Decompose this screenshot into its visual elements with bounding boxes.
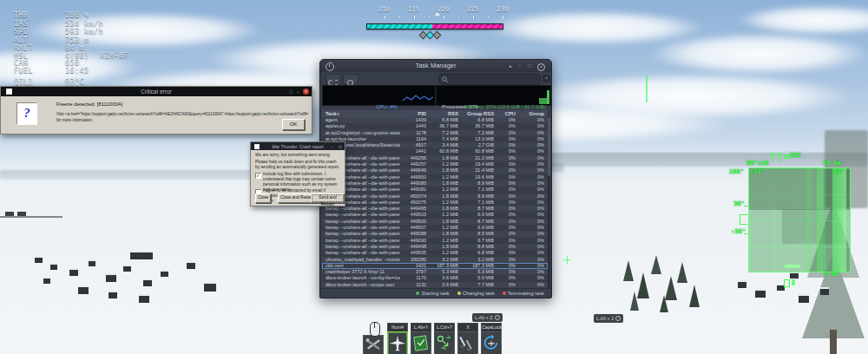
radar-azimuth-right: 53° [833, 168, 845, 175]
table-row[interactable]: bwrap --unshare-all --die-with-parent --… [322, 161, 548, 167]
game-screen: THR100 %IAS534 km/hSPD593 km/hALT753 mRA… [0, 0, 868, 354]
radar-azimuth-left: -53° [750, 168, 765, 175]
close-button[interactable]: × [537, 63, 545, 71]
cpu-usage-label: CPU: 4% [376, 104, 398, 110]
task-stat-cell: 0% [518, 193, 548, 200]
table-row[interactable]: bwrap --unshare-all --die-with-parent --… [322, 187, 548, 193]
table-row[interactable]: at-spi2-registryd --use-gnome-session117… [322, 130, 548, 136]
maximize-button[interactable]: □ [289, 89, 293, 95]
minimize-button[interactable]: − [296, 89, 299, 95]
radar-mode-label: SRC [790, 152, 801, 159]
task-name-cell: crashhelper 3772 9 /tmp/ 11 [322, 269, 400, 275]
table-row[interactable]: dbus-broker-launch --config-file=/usr/sh… [322, 275, 548, 281]
filter-button[interactable] [343, 74, 358, 85]
table-row[interactable]: applet.py144036.7 MiB36.7 MiB0%0% [322, 123, 548, 129]
task-stat-cell: 449257 [400, 161, 429, 167]
column-header[interactable]: RSS [429, 110, 461, 117]
task-stat-cell: 19.6 MiB [461, 174, 496, 180]
task-name-cell: chrome_crashpad_handler --monitor-self-a… [322, 257, 400, 263]
critical-error-titlebar[interactable]: Critical error □ − × [1, 87, 312, 96]
table-row[interactable]: bwrap --unshare-all --die-with-parent --… [322, 250, 548, 256]
hotbar-slot-aircraft[interactable]: Num4 [387, 323, 408, 354]
send-and-restart-button[interactable]: Send and Restart [311, 193, 345, 203]
error-message: Freeze detected. [8111000A] [56, 102, 123, 107]
table-row[interactable]: bwrap --unshare-all --die-with-parent --… [322, 180, 548, 187]
table-row[interactable]: chrome_crashpad_handler --monitor-self-a… [322, 257, 548, 263]
table-row[interactable]: bwrap --unshare-all --die-with-parent --… [322, 219, 548, 225]
scrollbar[interactable] [548, 117, 550, 288]
task-stat-cell: 1170 [400, 275, 429, 281]
task-stat-cell: 1.2 MiB [429, 250, 461, 256]
minimize-button[interactable]: − [516, 60, 524, 72]
table-row[interactable]: applet144160.8 MiB60.8 MiB0%0% [322, 148, 548, 154]
task-stat-cell: 0% [518, 117, 548, 123]
table-row[interactable]: bwrap --unshare-all --die-with-parent --… [322, 200, 548, 206]
ok-button[interactable]: OK [282, 119, 305, 130]
hud-telemetry-row: FUEL16:45 [14, 66, 33, 75]
table-row[interactable]: bwrap --unshare-all --die-with-parent --… [322, 174, 548, 180]
iff-marker [784, 279, 790, 287]
table-row[interactable]: bwrap --unshare-all --die-with-parent --… [322, 167, 548, 174]
task-stat-cell: 21.4 MiB [461, 167, 496, 174]
task-manager-titlebar[interactable]: Task Manager ▴ − □ × [320, 60, 551, 73]
table-row[interactable]: crashhelper 3772 9 /tmp/ 1137975.3 MiB5.… [322, 269, 548, 275]
table-row[interactable]: bwrap --unshare-all --die-with-parent --… [322, 225, 548, 231]
task-stat-cell: 8.8 MiB [461, 244, 496, 250]
column-header[interactable]: Group CPU [518, 110, 548, 117]
task-stat-cell: 0% [518, 282, 548, 288]
hotbar-slot-scorecard[interactable]: L.Alt+Y [411, 323, 431, 354]
table-row[interactable]: bwrap --unshare-all --die-with-parent --… [322, 155, 548, 161]
close-button[interactable]: × [303, 88, 309, 95]
table-row[interactable]: bwrap --unshare-all --die-with-parent --… [322, 206, 548, 212]
column-header[interactable]: CPU [496, 110, 518, 117]
task-stat-cell: 0% [496, 123, 518, 129]
antenna-icon [769, 151, 783, 167]
table-row[interactable]: /smartass/.local/share/Steam/steam.sh -s… [322, 142, 548, 148]
task-stat-cell: 0% [496, 161, 518, 167]
table-row[interactable]: bwrap --unshare-all --die-with-parent --… [322, 193, 548, 200]
hotbar-slot-repair[interactable] [363, 335, 384, 354]
table-row[interactable]: bwrap --unshare-all --die-with-parent --… [322, 231, 548, 237]
column-header-label: Group RSS [467, 111, 494, 116]
close-button[interactable]: ⊙ [339, 144, 342, 149]
task-stat-cell: 0% [518, 155, 548, 161]
compass-tick [458, 16, 459, 17]
task-stat-cell: 449949 [400, 167, 429, 174]
hotbar-slot-missiles[interactable]: X [457, 323, 478, 354]
table-row[interactable]: dbus-broker-launch --scope user11323.6 M… [322, 282, 548, 288]
task-stat-cell: 6.8 MiB [461, 117, 496, 123]
column-header[interactable]: Task∨ [322, 110, 400, 117]
hotbar-slot-autopilot[interactable]: CapsLock [481, 323, 502, 354]
table-row[interactable]: agent14396.8 MiB6.8 MiB0%0% [322, 117, 548, 123]
task-stat-cell: 3797 [400, 269, 429, 275]
task-stat-cell: 449088 [400, 231, 429, 237]
task-stat-cell: 1132 [400, 282, 429, 288]
task-stat-cell: 6.8 MiB [429, 117, 461, 123]
search-icon [442, 76, 449, 83]
column-header[interactable]: PID [400, 110, 429, 117]
include-logs-checkbox[interactable]: ✓ [255, 173, 261, 179]
allies-bar-segment [367, 24, 432, 29]
task-name-cell: bwrap --unshare-all --die-with-parent --… [322, 231, 400, 237]
clear-search-button[interactable]: × [542, 75, 550, 82]
table-row[interactable]: bwrap --unshare-all --die-with-parent --… [322, 212, 548, 218]
crash-report-titlebar[interactable]: War Thunder: Crash report − ⊙ [251, 142, 345, 150]
table-row[interactable]: bwrap --unshare-all --die-with-parent --… [322, 238, 548, 244]
critical-error-body: ? Freeze detected. [8111000A] Visit <a h… [1, 96, 312, 134]
process-tree-button[interactable] [326, 74, 341, 85]
search-input[interactable] [451, 75, 538, 84]
table-row[interactable]: at-spi-bus-launcher11647.4 MiB13.3 MiB0%… [322, 136, 548, 142]
maximize-button[interactable]: □ [525, 60, 534, 72]
scrollbar-thumb[interactable] [548, 117, 550, 176]
table-row[interactable]: ckb-next1431187.3 MiB187.3 MiB0%0% [322, 263, 548, 269]
shade-button[interactable]: ▴ [506, 60, 515, 72]
task-name-cell: agent [322, 117, 400, 123]
minimize-button[interactable]: − [332, 144, 334, 149]
radar-ground-bar [785, 265, 800, 268]
table-header[interactable]: Task∨PIDRSSGroup RSSCPUGroup CPU [322, 110, 548, 117]
close-button[interactable]: Close [255, 193, 271, 203]
table-row[interactable]: bwrap --unshare-all --die-with-parent --… [322, 244, 548, 250]
column-header[interactable]: Group RSS [461, 110, 496, 117]
task-stat-cell: 0% [518, 174, 548, 180]
hotbar-slot-maneuver[interactable]: L.Ctrl+T [434, 323, 455, 354]
